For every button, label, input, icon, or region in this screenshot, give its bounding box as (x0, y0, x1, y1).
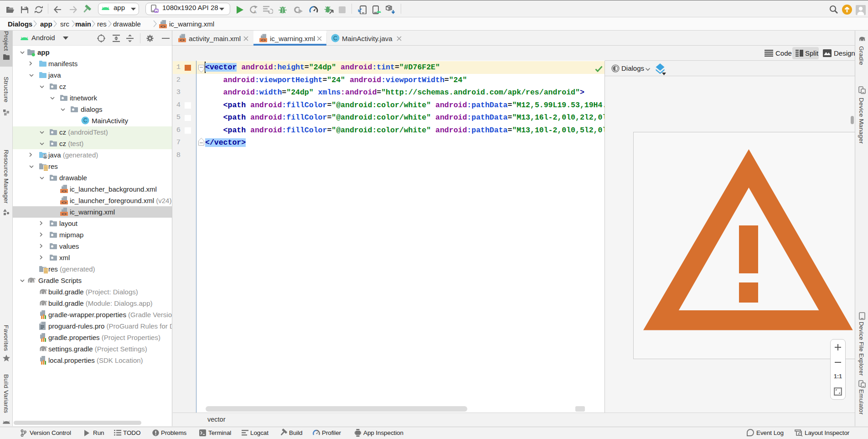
svg-text:<>: <> (62, 201, 67, 205)
svg-text:<>: <> (180, 38, 185, 42)
svg-text:C: C (333, 35, 337, 42)
svg-text:<>: <> (261, 38, 266, 42)
svg-text:<>: <> (160, 25, 165, 29)
svg-text:A: A (253, 9, 257, 14)
svg-text:<>: <> (62, 189, 67, 193)
svg-text:<>: <> (62, 212, 67, 216)
svg-text:C: C (83, 117, 88, 124)
